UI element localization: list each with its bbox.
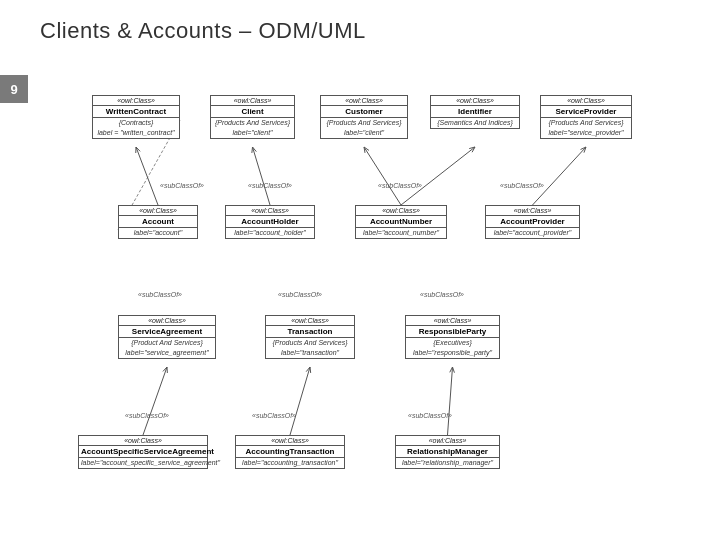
subclass-label: «subClassOf» xyxy=(125,412,169,419)
subclass-label: «subClassOf» xyxy=(378,182,422,189)
uml-class-account_number: «owl:Class»AccountNumberlabel="account_n… xyxy=(355,205,447,239)
subclass-label: «subClassOf» xyxy=(138,291,182,298)
uml-class-client: «owl:Class»Client{Products And Services}… xyxy=(210,95,295,139)
subclass-label: «subClassOf» xyxy=(248,182,292,189)
svg-line-3 xyxy=(401,147,475,205)
subclass-label: «subClassOf» xyxy=(160,182,204,189)
svg-line-2 xyxy=(364,147,401,205)
uml-class-service_provider: «owl:Class»ServiceProvider{Products And … xyxy=(540,95,632,139)
subclass-label: «subClassOf» xyxy=(252,412,296,419)
uml-class-transaction: «owl:Class»Transaction{Products And Serv… xyxy=(265,315,355,359)
page-title: Clients & Accounts – ODM/UML xyxy=(0,0,720,54)
svg-line-7 xyxy=(448,367,453,435)
svg-line-4 xyxy=(533,147,587,205)
svg-line-5 xyxy=(143,367,167,435)
uml-class-accounting_transaction: «owl:Class»AccountingTransactionlabel="a… xyxy=(235,435,345,469)
uml-class-customer: «owl:Class»Customer{Products And Service… xyxy=(320,95,408,139)
svg-line-0 xyxy=(136,147,158,205)
uml-class-account_provider: «owl:Class»AccountProviderlabel="account… xyxy=(485,205,580,239)
uml-class-identifier: «owl:Class»Identifier{Semantics And Indi… xyxy=(430,95,520,129)
slide-number: 9 xyxy=(0,75,28,103)
subclass-label: «subClassOf» xyxy=(278,291,322,298)
uml-class-service_agreement: «owl:Class»ServiceAgreement{Product And … xyxy=(118,315,216,359)
uml-class-responsible_party: «owl:Class»ResponsibleParty{Executives}l… xyxy=(405,315,500,359)
svg-line-6 xyxy=(290,367,310,435)
diagram-area: «owl:Class»WrittenContract{Contracts}lab… xyxy=(30,75,720,530)
uml-class-account: «owl:Class»Accountlabel="account" xyxy=(118,205,198,239)
uml-class-account_holder: «owl:Class»AccountHolderlabel="account_h… xyxy=(225,205,315,239)
subclass-label: «subClassOf» xyxy=(500,182,544,189)
subclass-label: «subClassOf» xyxy=(420,291,464,298)
subclass-label: «subClassOf» xyxy=(408,412,452,419)
uml-class-written_contract: «owl:Class»WrittenContract{Contracts}lab… xyxy=(92,95,180,139)
svg-line-1 xyxy=(253,147,271,205)
uml-class-relationship_manager: «owl:Class»RelationshipManagerlabel="rel… xyxy=(395,435,500,469)
uml-class-account_specific_service_agreement: «owl:Class»AccountSpecificServiceAgreeme… xyxy=(78,435,208,469)
